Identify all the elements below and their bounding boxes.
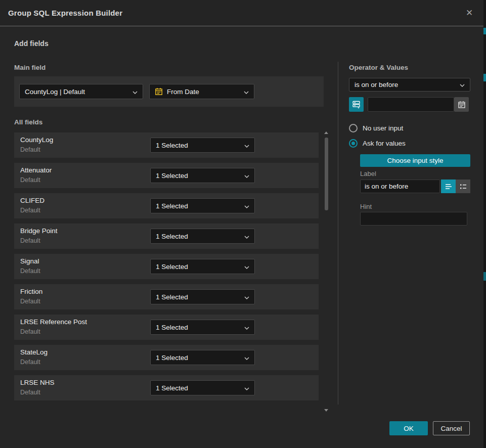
main-field-heading: Main field — [14, 64, 46, 71]
close-icon[interactable]: ✕ — [463, 7, 475, 19]
all-fields-heading: All fields — [14, 118, 42, 126]
chevron-down-icon — [244, 172, 249, 180]
operator-values-heading: Operator & Values — [349, 64, 408, 71]
chevron-down-icon — [244, 202, 249, 210]
label-caption: Label — [360, 170, 376, 177]
dialog-title: Group SQL Expression Builder — [8, 9, 463, 17]
field-selection-value: 1 Selected — [156, 354, 244, 362]
field-subtitle: Default — [20, 328, 40, 335]
field-subtitle: Default — [20, 359, 40, 366]
background-accent — [483, 28, 486, 34]
main-field-value: From Date — [167, 88, 240, 96]
single-line-style-button[interactable] — [441, 180, 456, 193]
radio-no-user-input-label: No user input — [363, 124, 403, 132]
field-selection-value: 1 Selected — [156, 172, 244, 180]
calendar-icon — [155, 87, 163, 96]
field-selection-value: 1 Selected — [156, 384, 244, 392]
group-sql-expression-builder-dialog: Group SQL Expression Builder ✕ Add field… — [0, 0, 486, 448]
field-selection-dropdown[interactable]: 1 Selected — [150, 320, 255, 335]
field-selection-value: 1 Selected — [156, 202, 244, 210]
choose-input-style-button[interactable]: Choose input style — [360, 154, 470, 167]
label-input[interactable] — [360, 180, 440, 193]
hint-input[interactable] — [360, 212, 467, 226]
value-input-row — [349, 97, 470, 112]
field-selection-dropdown[interactable]: 1 Selected — [150, 350, 255, 365]
cancel-button[interactable]: Cancel — [433, 421, 470, 435]
chevron-down-icon — [244, 142, 249, 149]
chevron-down-icon — [244, 324, 249, 331]
field-name: Bridge Point — [20, 227, 58, 235]
field-subtitle: Default — [20, 207, 40, 214]
field-subtitle: Default — [20, 389, 40, 396]
hint-caption: Hint — [360, 203, 372, 210]
field-name: Friction — [20, 288, 42, 295]
field-row-bridge-point: Bridge Point Default 1 Selected — [14, 223, 319, 249]
layer-source-select[interactable]: CountyLog | Default — [19, 84, 143, 99]
chevron-down-icon — [460, 81, 465, 88]
field-subtitle: Default — [20, 176, 40, 184]
chevron-down-icon — [132, 88, 138, 96]
field-row-clifed: CLIFED Default 1 Selected — [14, 193, 319, 218]
dialog-header: Group SQL Expression Builder ✕ — [0, 0, 483, 26]
radio-no-user-input[interactable]: No user input — [349, 124, 403, 132]
scroll-up-icon[interactable] — [324, 131, 328, 134]
calendar-picker-button[interactable] — [454, 97, 469, 112]
layer-source-value: CountyLog | Default — [25, 88, 132, 96]
chevron-down-icon — [244, 263, 249, 271]
fields-scrollbar[interactable] — [324, 130, 329, 413]
operator-value: is on or before — [355, 81, 460, 88]
background-accent — [483, 74, 486, 81]
field-name: LRSE Reference Post — [20, 318, 87, 326]
field-name: Signal — [20, 257, 39, 265]
field-selection-dropdown[interactable]: 1 Selected — [150, 259, 255, 274]
radio-ask-for-values-label: Ask for values — [363, 140, 406, 147]
field-selection-value: 1 Selected — [156, 263, 244, 271]
background-app-strip — [483, 0, 486, 448]
field-row-attenuator: Attenuator Default 1 Selected — [14, 163, 319, 188]
field-selection-dropdown[interactable]: 1 Selected — [150, 138, 255, 153]
field-subtitle: Default — [20, 146, 40, 153]
chevron-down-icon — [244, 233, 249, 240]
all-fields-list: CountyLog Default 1 Selected Attenuator … — [14, 132, 319, 406]
field-selection-value: 1 Selected — [156, 324, 244, 331]
add-fields-heading: Add fields — [14, 39, 49, 48]
field-subtitle: Default — [20, 267, 40, 275]
field-selection-value: 1 Selected — [156, 293, 244, 301]
field-selection-value: 1 Selected — [156, 233, 244, 240]
field-name: CLIFED — [20, 197, 45, 204]
value-source-toggle-button[interactable] — [349, 97, 364, 112]
field-name: Attenuator — [20, 166, 52, 174]
field-subtitle: Default — [20, 298, 40, 305]
date-value-input[interactable] — [368, 97, 454, 112]
field-selection-dropdown[interactable]: 1 Selected — [150, 380, 255, 395]
chevron-down-icon — [244, 88, 249, 96]
main-field-panel: CountyLog | Default From Date — [14, 76, 324, 107]
field-row-signal: Signal Default 1 Selected — [14, 254, 319, 279]
field-row-lrse-reference-post: LRSE Reference Post Default 1 Selected — [14, 315, 319, 340]
field-selection-dropdown[interactable]: 1 Selected — [150, 289, 255, 304]
ok-button[interactable]: OK — [389, 421, 428, 435]
chevron-down-icon — [244, 354, 249, 362]
scroll-down-icon[interactable] — [324, 409, 328, 412]
background-accent — [483, 272, 486, 281]
field-subtitle: Default — [20, 237, 40, 244]
field-selection-dropdown[interactable]: 1 Selected — [150, 168, 255, 183]
list-style-button[interactable] — [456, 180, 470, 193]
field-name: LRSE NHS — [20, 379, 55, 386]
label-row — [360, 180, 470, 193]
radio-ask-for-values[interactable]: Ask for values — [349, 139, 406, 148]
field-row-lrse-nhs: LRSE NHS Default 1 Selected — [14, 375, 319, 400]
chevron-down-icon — [244, 293, 249, 301]
radio-circle-checked[interactable] — [349, 139, 358, 148]
field-name: StateLog — [20, 348, 48, 356]
field-selection-dropdown[interactable]: 1 Selected — [150, 229, 255, 244]
field-selection-dropdown[interactable]: 1 Selected — [150, 198, 255, 213]
field-name: CountyLog — [20, 136, 53, 144]
scrollbar-thumb[interactable] — [325, 138, 328, 210]
operator-select[interactable]: is on or before — [349, 78, 470, 92]
radio-circle[interactable] — [349, 124, 358, 132]
panel-divider — [338, 62, 338, 405]
field-row-countylog: CountyLog Default 1 Selected — [14, 132, 319, 158]
main-field-select[interactable]: From Date — [149, 84, 254, 99]
chevron-down-icon — [244, 384, 249, 392]
